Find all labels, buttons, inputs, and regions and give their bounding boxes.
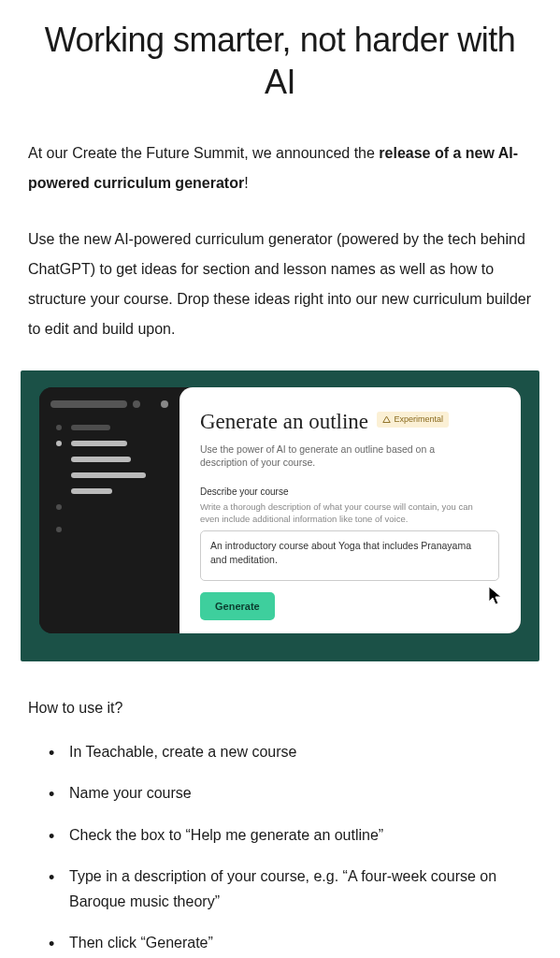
badge-label: Experimental	[395, 414, 444, 427]
cursor-icon	[488, 586, 505, 606]
sidebar-header-dot	[133, 400, 140, 408]
app-window: Generate an outline Experimental Use the…	[39, 387, 521, 633]
sidebar-subitem-placeholder	[71, 488, 112, 494]
list-item: In Teachable, create a new course	[69, 740, 532, 764]
intro-prefix: At our Create the Future Summit, we anno…	[28, 145, 379, 161]
intro-suffix: !	[244, 175, 248, 191]
sidebar-subitem-placeholder	[71, 457, 131, 462]
course-description-input[interactable]: An introductory course about Yoga that i…	[200, 530, 499, 581]
experimental-badge: Experimental	[377, 412, 450, 428]
list-item: Type in a description of your course, e.…	[69, 864, 532, 914]
warning-icon	[382, 415, 391, 424]
app-sidebar	[39, 387, 179, 633]
sidebar-item-placeholder	[71, 425, 110, 430]
sidebar-item-dot	[56, 441, 62, 446]
sidebar-header-dot	[161, 400, 168, 408]
sidebar-header-placeholder	[50, 400, 127, 408]
intro-paragraph: At our Create the Future Summit, we anno…	[28, 138, 532, 198]
howto-heading: How to use it?	[28, 697, 532, 719]
page-title: Working smarter, not harder with AI	[28, 19, 532, 103]
generate-subtitle: Use the power of AI to generate an outli…	[200, 443, 481, 470]
sidebar-item-placeholder	[71, 441, 127, 446]
sidebar-item-dot	[56, 527, 62, 532]
sidebar-subitem-placeholder	[71, 472, 146, 478]
generate-button[interactable]: Generate	[200, 592, 275, 620]
describe-label: Describe your course	[200, 485, 500, 499]
list-item: Then click “Generate”	[69, 931, 532, 955]
description-paragraph: Use the new AI-powered curriculum genera…	[28, 225, 532, 344]
product-screenshot: Generate an outline Experimental Use the…	[21, 370, 539, 661]
app-content: Generate an outline Experimental Use the…	[179, 387, 521, 633]
steps-list: In Teachable, create a new course Name y…	[28, 740, 532, 955]
describe-hint: Write a thorough description of what you…	[200, 501, 490, 526]
sidebar-item-dot	[56, 425, 62, 430]
list-item: Name your course	[69, 781, 532, 806]
list-item: Check the box to “Help me generate an ou…	[69, 823, 532, 848]
generate-heading: Generate an outline	[200, 410, 368, 433]
sidebar-item-dot	[56, 504, 62, 510]
